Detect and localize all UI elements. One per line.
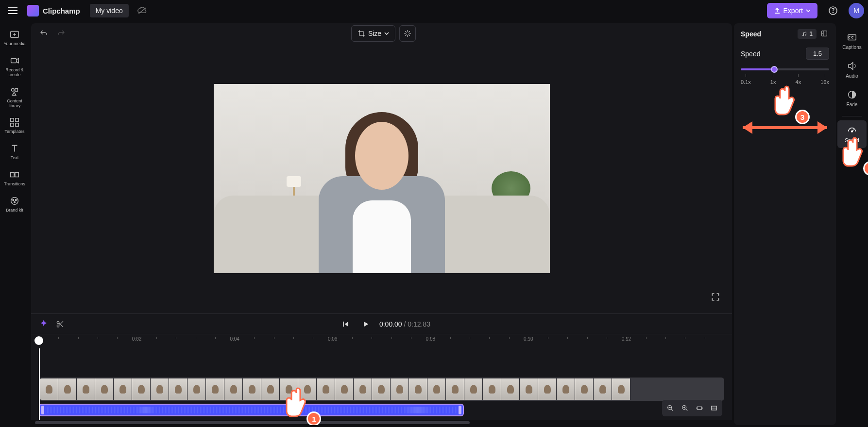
export-button[interactable]: Export — [767, 3, 817, 18]
canvas-area — [31, 44, 732, 313]
ruler-mark: 0:04 — [230, 336, 239, 342]
app-logo-icon — [27, 5, 39, 16]
svg-point-19 — [13, 199, 14, 201]
svg-rect-17 — [15, 173, 18, 177]
playhead[interactable] — [34, 336, 43, 345]
time-display: 0:00.00 / 0:12.83 — [379, 320, 430, 328]
skip-start-button[interactable] — [339, 317, 352, 331]
zoom-mode-button[interactable] — [708, 402, 720, 414]
clip-handle-right[interactable] — [459, 406, 461, 414]
slider-tick: 4x — [796, 74, 801, 85]
size-button[interactable]: Size — [351, 25, 395, 42]
svg-point-40 — [851, 131, 853, 132]
svg-point-35 — [805, 34, 806, 35]
play-button[interactable] — [359, 317, 373, 331]
svg-line-28 — [686, 409, 687, 411]
zoom-out-button[interactable] — [664, 402, 677, 414]
svg-point-34 — [803, 35, 804, 36]
video-track-clip[interactable] — [39, 378, 724, 401]
export-label: Export — [783, 7, 803, 15]
rail-templates[interactable]: Templates — [1, 113, 28, 138]
rail-text[interactable]: Text — [1, 139, 28, 164]
svg-rect-31 — [697, 407, 701, 409]
svg-point-10 — [12, 88, 14, 91]
slider-tick: 0.1x — [741, 74, 751, 85]
popout-button[interactable] — [820, 30, 829, 38]
properties-panel: Speed 1 Speed 1.5 0.1x1x4x16x — [734, 23, 836, 425]
timeline-scrollbar[interactable] — [31, 420, 732, 425]
svg-point-20 — [15, 199, 17, 201]
timeline-ruler[interactable]: 0:020:040:060:080:100:12 — [31, 334, 732, 348]
undo-button[interactable] — [37, 27, 51, 40]
chevron-down-icon — [806, 9, 811, 12]
project-title[interactable]: My video — [90, 4, 129, 17]
video-preview[interactable] — [214, 84, 550, 273]
timeline-toolbar: 0:00.00 / 0:12.83 — [31, 313, 732, 334]
speed-value-input[interactable]: 1.5 — [806, 48, 829, 60]
svg-point-5 — [833, 12, 833, 13]
zoom-fit-button[interactable] — [693, 402, 706, 414]
svg-rect-9 — [11, 58, 17, 63]
ruler-mark: 0:02 — [132, 336, 141, 342]
chevron-down-icon — [384, 32, 389, 35]
center-column: Size — [31, 23, 732, 425]
rail-transitions[interactable]: Transitions — [1, 165, 28, 191]
sparkle-icon — [403, 29, 412, 38]
annotation-arrows — [732, 111, 838, 145]
svg-rect-12 — [11, 118, 14, 121]
help-button[interactable] — [825, 3, 841, 18]
speed-slider[interactable]: 0.1x1x4x16x — [741, 68, 829, 85]
slider-tick: 16x — [820, 74, 829, 85]
left-rail: Your media Record & create Content libra… — [0, 21, 29, 427]
clip-count-chip: 1 — [798, 29, 817, 39]
clip-handle-left[interactable] — [41, 406, 44, 414]
timeline-tracks: 1 — [31, 348, 732, 420]
canvas-toolbar: Size — [31, 23, 732, 44]
ruler-mark: 0:12 — [622, 336, 631, 342]
slider-thumb[interactable] — [771, 66, 778, 73]
app-name: Clipchamp — [43, 7, 80, 15]
music-icon — [801, 31, 807, 37]
rail-brand-kit[interactable]: Brand kit — [1, 192, 28, 217]
audio-track-clip[interactable] — [39, 404, 464, 416]
ruler-mark: 0:06 — [328, 336, 337, 342]
avatar[interactable]: M — [849, 3, 864, 18]
right-rail: Captions Audio Fade Speed 2 — [836, 21, 868, 427]
ruler-mark: 0:10 — [524, 336, 533, 342]
magic-tool-button[interactable] — [37, 317, 51, 331]
crop-icon — [357, 30, 365, 37]
menu-button[interactable] — [4, 2, 21, 19]
rail-fade[interactable]: Fade — [837, 84, 867, 112]
slider-tick: 1x — [770, 74, 776, 85]
speed-row: Speed 1.5 — [741, 48, 829, 60]
app-logo-block: Clipchamp — [27, 5, 80, 16]
props-header: Speed 1 — [741, 29, 829, 39]
ai-button[interactable] — [399, 25, 416, 42]
cloud-sync-icon — [136, 5, 148, 16]
svg-rect-15 — [16, 123, 18, 126]
redo-button[interactable] — [54, 27, 68, 40]
split-tool-button[interactable] — [53, 317, 67, 331]
zoom-controls — [662, 400, 722, 416]
rail-audio[interactable]: Audio — [837, 56, 867, 83]
rail-content-library[interactable]: Content library — [1, 82, 28, 113]
rail-captions[interactable]: Captions — [837, 27, 867, 55]
svg-rect-11 — [15, 88, 17, 91]
annotation-hand-3: 3 — [772, 82, 806, 122]
rail-speed[interactable]: Speed — [837, 120, 867, 148]
svg-rect-13 — [16, 118, 18, 121]
rail-your-media[interactable]: Your media — [1, 25, 28, 50]
svg-rect-16 — [11, 173, 14, 177]
svg-point-21 — [14, 202, 16, 203]
svg-point-18 — [11, 197, 18, 205]
svg-line-25 — [671, 409, 673, 411]
zoom-in-button[interactable] — [679, 402, 691, 414]
rail-record-create[interactable]: Record & create — [1, 51, 28, 82]
svg-rect-14 — [11, 123, 14, 126]
playhead-line — [39, 348, 40, 420]
topbar: Clipchamp My video Export M — [0, 0, 868, 21]
ruler-mark: 0:08 — [426, 336, 435, 342]
waveform — [46, 407, 457, 413]
fullscreen-button[interactable] — [711, 292, 724, 306]
